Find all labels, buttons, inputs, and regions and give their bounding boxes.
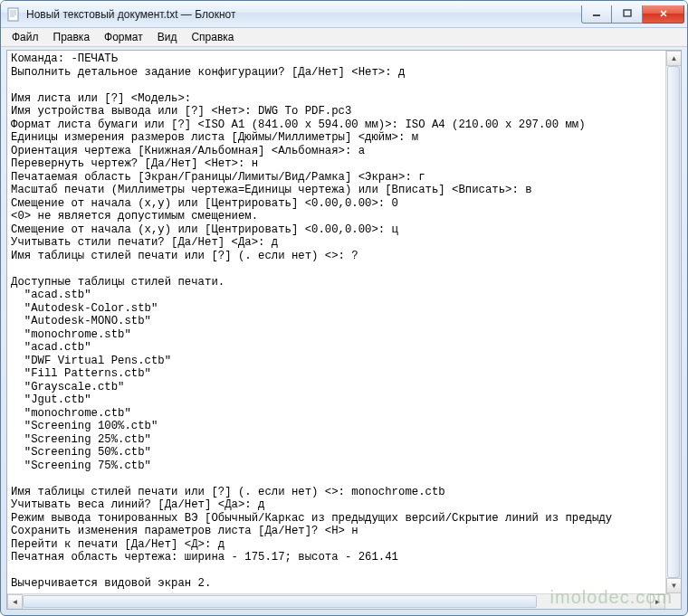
menu-view[interactable]: Вид — [150, 29, 185, 45]
maximize-button[interactable] — [612, 5, 643, 24]
menu-format[interactable]: Формат — [97, 29, 150, 45]
client-area: Команда: -ПЕЧАТЬ Выполнить детальное зад… — [6, 50, 682, 610]
scroll-right-button[interactable]: ► — [650, 594, 665, 610]
scroll-h-track[interactable] — [23, 594, 650, 609]
menu-file[interactable]: Файл — [5, 29, 46, 45]
app-icon — [6, 7, 21, 22]
scroll-corner — [665, 593, 681, 609]
scroll-left-button[interactable]: ◄ — [7, 594, 23, 610]
text-content[interactable]: Команда: -ПЕЧАТЬ Выполнить детальное зад… — [7, 51, 681, 609]
menubar: Файл Правка Формат Вид Справка — [1, 28, 687, 47]
scroll-v-thumb[interactable] — [667, 66, 680, 578]
menu-edit[interactable]: Правка — [46, 29, 98, 45]
horizontal-scrollbar[interactable]: ◄ ► — [7, 593, 665, 609]
window-controls — [581, 5, 684, 24]
scroll-h-thumb[interactable] — [23, 595, 537, 608]
notepad-window: Новый текстовый документ.txt — Блокнот Ф… — [0, 0, 688, 616]
close-button[interactable] — [643, 5, 684, 24]
svg-rect-5 — [593, 14, 600, 16]
titlebar[interactable]: Новый текстовый документ.txt — Блокнот — [1, 1, 687, 28]
svg-rect-6 — [624, 10, 631, 16]
minimize-button[interactable] — [581, 5, 612, 24]
scroll-v-track[interactable] — [666, 66, 681, 578]
vertical-scrollbar[interactable]: ▲ ▼ — [665, 51, 681, 593]
window-title: Новый текстовый документ.txt — Блокнот — [26, 8, 581, 21]
menu-help[interactable]: Справка — [184, 29, 241, 45]
scroll-down-button[interactable]: ▼ — [666, 578, 682, 593]
scroll-up-button[interactable]: ▲ — [666, 51, 682, 66]
